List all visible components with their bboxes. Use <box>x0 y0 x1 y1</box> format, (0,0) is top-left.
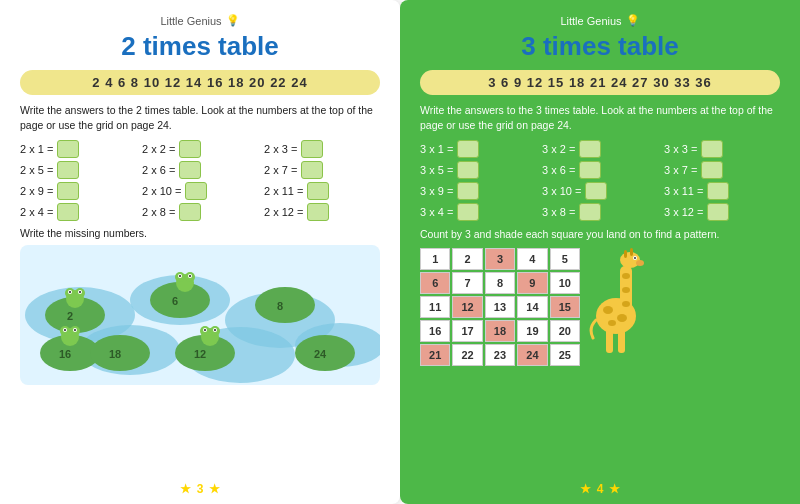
brand-header-left: Little Genius 💡 <box>20 14 380 27</box>
grid-cell: 5 <box>550 248 580 270</box>
answer-box[interactable] <box>307 182 329 200</box>
svg-point-53 <box>608 320 616 326</box>
answer-box[interactable] <box>701 140 723 158</box>
eq-right-10: 3 x 4 = <box>420 203 536 221</box>
svg-text:18: 18 <box>109 348 121 360</box>
answer-box[interactable] <box>301 140 323 158</box>
grid-cell: 9 <box>517 272 547 294</box>
svg-text:8: 8 <box>277 300 283 312</box>
answer-box[interactable] <box>457 203 479 221</box>
svg-point-57 <box>622 301 630 307</box>
eq-left-2: 2 x 5 = <box>20 161 136 179</box>
grid-cell: 15 <box>550 296 580 318</box>
svg-point-33 <box>189 275 191 277</box>
lightbulb-icon: 💡 <box>226 14 240 27</box>
svg-rect-62 <box>630 248 633 256</box>
grid-cell: 11 <box>420 296 450 318</box>
lily-pad-section: 2 6 8 16 12 18 24 <box>20 245 380 385</box>
grid-cell: 22 <box>452 344 482 366</box>
answer-box[interactable] <box>57 140 79 158</box>
count-grid: 1234567891011121314151617181920212223242… <box>420 248 580 366</box>
equations-grid-right: 3 x 1 = 3 x 2 = 3 x 3 = 3 x 5 = 3 x 6 = … <box>420 140 780 221</box>
answer-box[interactable] <box>301 161 323 179</box>
answer-box[interactable] <box>179 203 201 221</box>
answer-box[interactable] <box>701 161 723 179</box>
grid-cell: 8 <box>485 272 515 294</box>
eq-left-10: 2 x 4 = <box>20 203 136 221</box>
answer-box[interactable] <box>457 182 479 200</box>
grid-cell: 14 <box>517 296 547 318</box>
eq-left-7: 2 x 3 = <box>264 140 380 158</box>
svg-point-51 <box>603 306 613 314</box>
grid-cell: 2 <box>452 248 482 270</box>
grid-cell: 3 <box>485 248 515 270</box>
answer-box[interactable] <box>457 161 479 179</box>
svg-point-52 <box>617 314 627 322</box>
answer-box[interactable] <box>179 140 201 158</box>
eq-left-12: 2 x 12 = <box>264 203 380 221</box>
grid-cell: 6 <box>420 272 450 294</box>
svg-point-55 <box>622 273 630 279</box>
page-number-right: ★ 4 ★ <box>580 482 621 496</box>
star-left-2: ★ <box>209 482 220 496</box>
answer-box[interactable] <box>179 161 201 179</box>
page-title-left: 2 times table <box>20 31 380 62</box>
grid-cell: 13 <box>485 296 515 318</box>
answer-box[interactable] <box>707 203 729 221</box>
brand-header-right: Little Genius 💡 <box>420 14 780 27</box>
eq-right-8: 3 x 7 = <box>664 161 780 179</box>
svg-point-60 <box>634 257 636 259</box>
eq-left-5: 2 x 6 = <box>142 161 258 179</box>
eq-left-3: 2 x 9 = <box>20 182 136 200</box>
count-grid-row: 1234567891011121314151617181920212223242… <box>420 248 780 372</box>
number-strip-left: 2 4 6 8 10 12 14 16 18 20 22 24 <box>20 70 380 95</box>
svg-point-32 <box>179 275 181 277</box>
eq-right-5: 3 x 6 = <box>542 161 658 179</box>
svg-point-10 <box>255 287 315 323</box>
grid-cell: 25 <box>550 344 580 366</box>
grid-cell: 4 <box>517 248 547 270</box>
page-num-left: 3 <box>197 482 204 496</box>
grid-cell: 18 <box>485 320 515 342</box>
eq-right-6: 3 x 10 = <box>542 182 658 200</box>
grid-cell: 12 <box>452 296 482 318</box>
svg-text:16: 16 <box>59 348 71 360</box>
count-grid-container: 1234567891011121314151617181920212223242… <box>420 248 580 366</box>
page-num-right: 4 <box>597 482 604 496</box>
page-title-right: 3 times table <box>420 31 780 62</box>
answer-box[interactable] <box>579 161 601 179</box>
svg-text:2: 2 <box>67 310 73 322</box>
eq-left-8: 2 x 7 = <box>264 161 380 179</box>
svg-point-63 <box>636 260 644 266</box>
answer-box[interactable] <box>307 203 329 221</box>
answer-box[interactable] <box>585 182 607 200</box>
equations-grid-left: 2 x 1 = 2 x 2 = 2 x 3 = 2 x 5 = 2 x 6 = … <box>20 140 380 221</box>
lightbulb-icon-right: 💡 <box>626 14 640 27</box>
brand-text-left: Little Genius <box>160 15 221 27</box>
eq-left-11: 2 x 8 = <box>142 203 258 221</box>
answer-box[interactable] <box>57 161 79 179</box>
grid-cell: 19 <box>517 320 547 342</box>
svg-point-47 <box>214 329 216 331</box>
star-right: ★ <box>580 482 591 496</box>
grid-cell: 20 <box>550 320 580 342</box>
eq-left-4: 2 x 2 = <box>142 140 258 158</box>
grid-cell: 10 <box>550 272 580 294</box>
answer-box[interactable] <box>185 182 207 200</box>
answer-box[interactable] <box>457 140 479 158</box>
answer-box[interactable] <box>579 140 601 158</box>
answer-box[interactable] <box>57 203 79 221</box>
answer-box[interactable] <box>57 182 79 200</box>
giraffe-area <box>588 238 648 372</box>
svg-point-56 <box>622 287 630 293</box>
svg-text:6: 6 <box>172 295 178 307</box>
answer-box[interactable] <box>579 203 601 221</box>
eq-right-12: 3 x 12 = <box>664 203 780 221</box>
answer-box[interactable] <box>707 182 729 200</box>
svg-point-26 <box>79 291 81 293</box>
svg-point-25 <box>69 291 71 293</box>
instruction-left: Write the answers to the 2 times table. … <box>20 103 380 132</box>
svg-point-58 <box>620 252 640 268</box>
eq-left-9: 2 x 11 = <box>264 182 380 200</box>
missing-numbers-label: Write the missing numbers. <box>20 227 380 239</box>
